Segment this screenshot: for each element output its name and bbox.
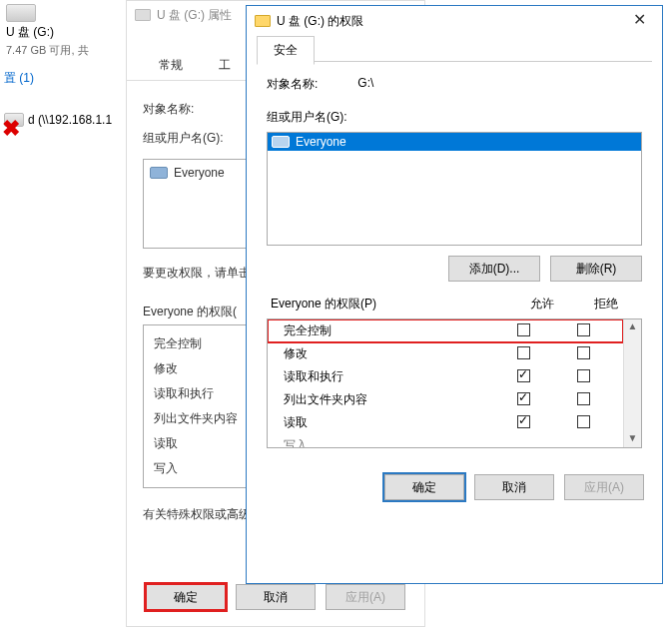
perms-for-label: Everyone 的权限(P) <box>271 296 510 313</box>
allow-checkbox[interactable] <box>517 346 530 359</box>
group-icon <box>272 136 290 148</box>
tab-security[interactable]: 安全 <box>257 36 315 65</box>
object-name-value: G:\ <box>357 76 373 93</box>
perm-name: 写入 <box>278 437 493 447</box>
perm-row-list-folder: 列出文件夹内容 <box>268 388 623 411</box>
permissions-grid-header: Everyone 的权限(P) 允许 拒绝 <box>267 296 642 318</box>
deny-checkbox[interactable] <box>577 323 590 336</box>
perm-row-read-exec: 读取和执行 <box>268 365 623 388</box>
permissions-title-text: U 盘 (G:) 的权限 <box>277 13 363 30</box>
add-button[interactable]: 添加(D)... <box>448 256 540 282</box>
explorer-sidebar: U 盘 (G:) 7.47 GB 可用, 共 置 (1) d (\\192.16… <box>0 0 130 627</box>
group-name: Everyone <box>174 166 225 180</box>
perm-row-write: 写入 <box>268 434 623 447</box>
col-allow: 允许 <box>510 296 574 313</box>
group-users-list[interactable]: Everyone <box>267 132 642 246</box>
perm-row-modify: 修改 <box>268 342 623 365</box>
allow-checkbox[interactable] <box>517 369 530 382</box>
permissions-titlebar[interactable]: U 盘 (G:) 的权限 ✕ <box>247 6 662 36</box>
error-x-icon: ✖ <box>2 116 20 142</box>
drive-free-text: 7.47 GB 可用, 共 <box>6 43 124 58</box>
drive-label: U 盘 (G:) <box>6 24 124 41</box>
drive-icon <box>6 4 36 22</box>
tab-general[interactable]: 常规 <box>141 49 201 80</box>
tab-tools[interactable]: 工 <box>201 49 249 80</box>
close-button[interactable]: ✕ <box>616 6 662 36</box>
ok-button[interactable]: 确定 <box>146 584 226 610</box>
permissions-tabs: 安全 <box>247 36 662 62</box>
perm-name: 读取 <box>278 414 493 431</box>
allow-checkbox[interactable] <box>517 415 530 428</box>
deny-checkbox[interactable] <box>577 346 590 359</box>
apply-button[interactable]: 应用(A) <box>564 474 644 500</box>
permissions-dialog: U 盘 (G:) 的权限 ✕ 安全 对象名称: G:\ 组或用户名(G): Ev… <box>246 5 663 584</box>
apply-button[interactable]: 应用(A) <box>326 584 405 610</box>
perm-row-read: 读取 <box>268 411 623 434</box>
settings-link[interactable]: 置 (1) <box>0 64 130 93</box>
perm-name: 完全控制 <box>278 322 493 339</box>
group-users-label: 组或用户名(G): <box>267 109 642 126</box>
perm-row-full-control: 完全控制 <box>268 319 623 342</box>
object-name-label: 对象名称: <box>267 76 318 93</box>
ok-button[interactable]: 确定 <box>384 474 464 500</box>
perm-name: 读取和执行 <box>278 368 493 385</box>
properties-title-text: U 盘 (G:) 属性 <box>157 7 232 24</box>
perm-name: 修改 <box>278 345 493 362</box>
allow-checkbox[interactable] <box>517 323 530 336</box>
scrollbar[interactable]: ▲ ▼ <box>623 319 641 447</box>
drive-icon <box>135 9 151 21</box>
cancel-button[interactable]: 取消 <box>474 474 554 500</box>
allow-checkbox[interactable] <box>517 392 530 405</box>
cancel-button[interactable]: 取消 <box>236 584 316 610</box>
scroll-up-icon[interactable]: ▲ <box>625 319 641 335</box>
deny-checkbox[interactable] <box>577 369 590 382</box>
scroll-down-icon[interactable]: ▼ <box>625 431 641 447</box>
folder-icon <box>255 15 271 27</box>
drive-entry[interactable]: U 盘 (G:) 7.47 GB 可用, 共 <box>0 0 130 64</box>
group-name: Everyone <box>296 135 346 149</box>
permissions-buttons: 确定 取消 应用(A) <box>247 456 662 500</box>
perm-name: 列出文件夹内容 <box>278 391 493 408</box>
deny-checkbox[interactable] <box>577 415 590 428</box>
network-drive-label: d (\\192.168.1.1 <box>28 113 112 127</box>
col-deny: 拒绝 <box>574 296 638 313</box>
list-item-everyone-selected[interactable]: Everyone <box>268 133 641 151</box>
permissions-grid: 完全控制 修改 读取和执行 列出文件夹内容 <box>267 318 642 448</box>
remove-button[interactable]: 删除(R) <box>550 256 642 282</box>
group-icon <box>150 167 168 179</box>
deny-checkbox[interactable] <box>577 392 590 405</box>
